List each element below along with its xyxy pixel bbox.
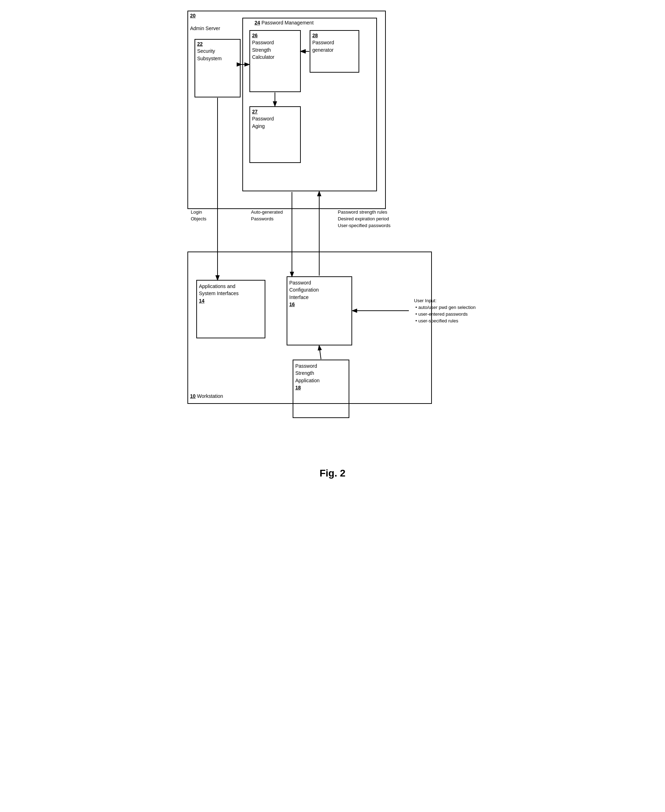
admin-server-label: Admin Server [190, 25, 220, 32]
annotation-pwd-rules: Password strength rulesDesired expiratio… [338, 209, 391, 229]
workstation-label: 10 Workstation [190, 393, 223, 399]
figure-label: Fig. 2 [319, 468, 346, 479]
annotation-user-input: User Input: • auto/user pwd gen selectio… [414, 298, 476, 324]
pwd-strength-app-label: PasswordStrengthApplication 18 [295, 362, 320, 391]
annotation-auto-generated: Auto-generatedPasswords [251, 209, 283, 223]
admin-server-number: 20 [190, 12, 196, 19]
apps-interfaces-label: Applications andSystem Interfaces 14 [199, 283, 239, 304]
annotation-login-objects: LoginObjects [191, 209, 206, 223]
security-subsystem-label: 22 SecuritySubsystem [197, 40, 222, 62]
pwd-aging-label: 27 PasswordAging [252, 108, 274, 130]
pwd-config-label: PasswordConfigurationInterface 16 [290, 279, 319, 308]
pwd-strength-calc-label: 26 PasswordStrengthCalculator [252, 32, 275, 61]
pwd-mgmt-label: 24 Password Management [255, 19, 314, 26]
diagram: 20 Admin Server 24 Password Management 2… [184, 7, 482, 453]
pwd-gen-label: 28 Passwordgenerator [313, 32, 334, 54]
